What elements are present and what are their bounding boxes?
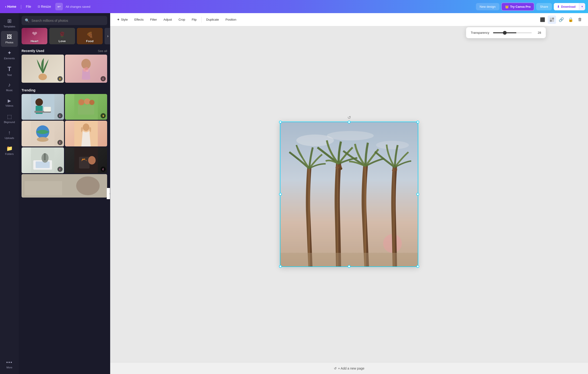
sidebar-item-folders[interactable]: 📁 Folders [1, 143, 18, 158]
photo-thumb[interactable]: £ [21, 147, 64, 173]
sidebar-item-uploads[interactable]: ↑ Uploads [1, 126, 18, 143]
add-page-text: ↺ + Add a new page [334, 366, 365, 370]
sidebar-item-text[interactable]: T Text [1, 63, 18, 79]
category-chip-heart[interactable]: ❤ Heart [21, 28, 47, 44]
chip-food-label: Food [86, 39, 94, 43]
new-design-button[interactable]: New design [476, 3, 499, 10]
videos-icon: ▶ [8, 98, 11, 103]
sidebar-item-background[interactable]: ⬚ Bkground [1, 111, 18, 126]
transparency-value: 28 [536, 31, 541, 34]
text-icon: T [8, 65, 11, 73]
download-chevron-button[interactable]: ▾ [579, 3, 585, 10]
trending-header: Trending [19, 86, 110, 94]
link-icon: 🔗 [559, 17, 564, 22]
delete-button[interactable]: 🗑 [576, 15, 584, 24]
crop-button[interactable]: Crop [176, 16, 188, 23]
download-button-group: ⬇ Download ▾ [554, 3, 585, 10]
sidebar-item-more[interactable]: ••• More [1, 356, 18, 372]
category-next-button[interactable]: › [105, 28, 110, 44]
category-chip-love[interactable]: 🌹 Love [49, 28, 75, 44]
style-button[interactable]: ✦ Style [114, 16, 131, 23]
file-menu[interactable]: File [23, 3, 33, 10]
link-button[interactable]: 🔗 [557, 15, 566, 24]
photo-thumb[interactable]: £ [65, 147, 107, 173]
svg-point-12 [35, 98, 43, 106]
sidebar-item-templates[interactable]: ⊞ Templates [1, 15, 18, 31]
see-all-button[interactable]: See all [98, 49, 107, 53]
svg-point-25 [83, 124, 89, 131]
lock-button[interactable]: 🔒 [567, 15, 575, 24]
recently-used-header: Recently Used See all [19, 47, 110, 55]
filter-button[interactable]: Filter [147, 16, 160, 23]
saved-status: All changes saved [66, 5, 91, 9]
undo-button[interactable]: ↩ [55, 3, 63, 10]
rotate-handle[interactable]: ↺ [347, 115, 351, 120]
photo-thumb[interactable]: £ [21, 94, 64, 120]
svg-text:❤: ❤ [32, 30, 37, 38]
photo-thumb[interactable]: £ [21, 121, 64, 146]
search-bar: 🔍 [21, 16, 107, 25]
sidebar-item-videos[interactable]: ▶ Videos [1, 95, 18, 111]
photos-panel: 🔍 ❤ Heart 🌹 [19, 13, 110, 374]
svg-point-33 [88, 156, 96, 165]
search-icon: 🔍 [25, 18, 30, 23]
sidebar-item-music[interactable]: ♪ Music [1, 79, 18, 95]
sidebar-item-label: Photos [5, 41, 13, 44]
sidebar-item-label: Folders [5, 153, 14, 155]
hide-panel-button[interactable]: ‹ [107, 188, 110, 199]
pro-badge: ♛ [101, 113, 106, 118]
duplicate-button[interactable]: Duplicate [203, 16, 222, 23]
svg-rect-20 [78, 105, 94, 114]
category-chip-food[interactable]: 🍕 Food [77, 28, 103, 44]
color-picker-icon: ⬛ [540, 17, 545, 22]
add-page-icon: ↺ [334, 366, 337, 370]
color-picker-button[interactable]: ⬛ [538, 15, 547, 24]
pro-badge: £ [101, 76, 106, 81]
download-icon: ⬇ [557, 5, 560, 9]
category-scroll: ❤ Heart 🌹 Love 🍕 [19, 28, 110, 47]
resize-menu[interactable]: ⊡ Resize [35, 3, 53, 10]
sidebar-item-label: Templates [3, 25, 15, 28]
sidebar-item-label: Music [6, 89, 13, 92]
flip-button[interactable]: Flip [189, 16, 200, 23]
palm-image [280, 122, 418, 267]
svg-text:🌹: 🌹 [59, 31, 66, 38]
transparency-popup: Transparency 28 [466, 27, 546, 38]
icon-sidebar: ⊞ Templates 🖼 Photos ✦ Elements T Text ♪… [0, 13, 19, 374]
add-page-bar[interactable]: ↺ + Add a new page [110, 362, 588, 374]
recently-used-grid: ♛ £ [19, 55, 110, 83]
lock-icon: 🔒 [568, 17, 573, 22]
svg-text:🍕: 🍕 [86, 31, 93, 38]
sidebar-item-photos[interactable]: 🖼 Photos [1, 31, 18, 47]
download-button[interactable]: ⬇ Download [554, 3, 579, 10]
transparency-slider[interactable] [493, 32, 532, 33]
photo-thumb[interactable] [21, 174, 107, 197]
adjust-button[interactable]: Adjust [161, 16, 175, 23]
svg-point-10 [85, 67, 88, 70]
home-button[interactable]: ‹ Home [3, 3, 19, 10]
svg-rect-30 [44, 153, 46, 160]
transparency-button[interactable] [548, 15, 556, 24]
photo-thumb[interactable]: ♛ [21, 55, 64, 83]
chip-love-label: Love [59, 39, 66, 43]
main-area: ⊞ Templates 🖼 Photos ✦ Elements T Text ♪… [0, 13, 588, 374]
effects-button[interactable]: Effects [132, 16, 147, 23]
canvas-area: ✦ Style Effects Filter Adjust Crop Flip … [110, 13, 588, 374]
svg-point-6 [38, 73, 47, 80]
photo-thumb[interactable]: £ [65, 55, 107, 83]
sidebar-item-elements[interactable]: ✦ Elements [1, 47, 18, 63]
pro-badge: £ [57, 140, 63, 145]
toolbar-right: ⬛ 🔗 🔒 🗑 [538, 15, 584, 24]
position-button[interactable]: Position [223, 16, 239, 23]
photo-thumb[interactable]: ♛ [65, 94, 107, 120]
try-pro-button[interactable]: 👑 Try Canva Pro [501, 3, 534, 11]
more-icon: ••• [6, 360, 12, 365]
search-input[interactable] [32, 19, 104, 22]
trending-title: Trending [21, 88, 35, 92]
photo-thumb[interactable] [65, 121, 107, 146]
canvas-image-frame[interactable]: ↺ [280, 122, 418, 267]
sidebar-item-label: Uploads [5, 137, 14, 139]
transparency-label: Transparency [471, 31, 489, 34]
sidebar-item-label: Text [7, 73, 12, 76]
share-button[interactable]: Share [536, 3, 552, 10]
